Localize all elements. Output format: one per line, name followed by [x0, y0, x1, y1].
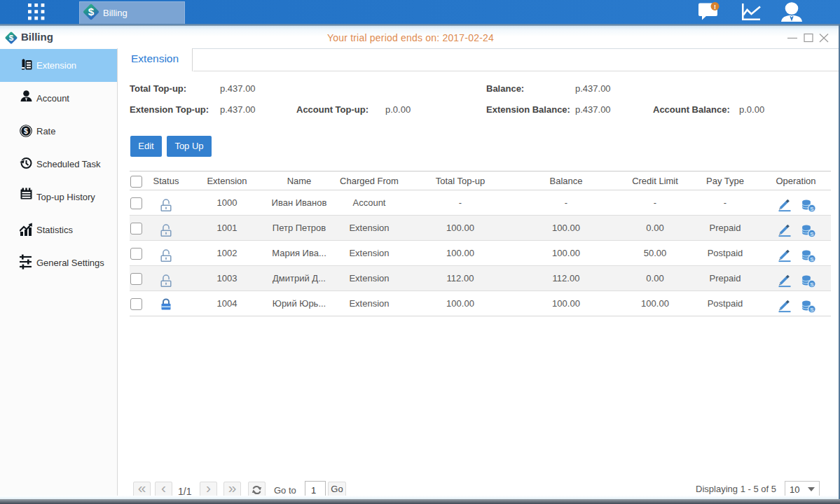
svg-text:S: S: [810, 256, 814, 262]
svg-text:$: $: [24, 127, 28, 135]
svg-text:S: S: [810, 307, 814, 313]
svg-text:S: S: [810, 206, 814, 212]
svg-text:!: !: [714, 4, 716, 10]
svg-text:S: S: [810, 231, 814, 237]
svg-text:$: $: [88, 6, 95, 18]
svg-text:S: S: [810, 281, 814, 288]
